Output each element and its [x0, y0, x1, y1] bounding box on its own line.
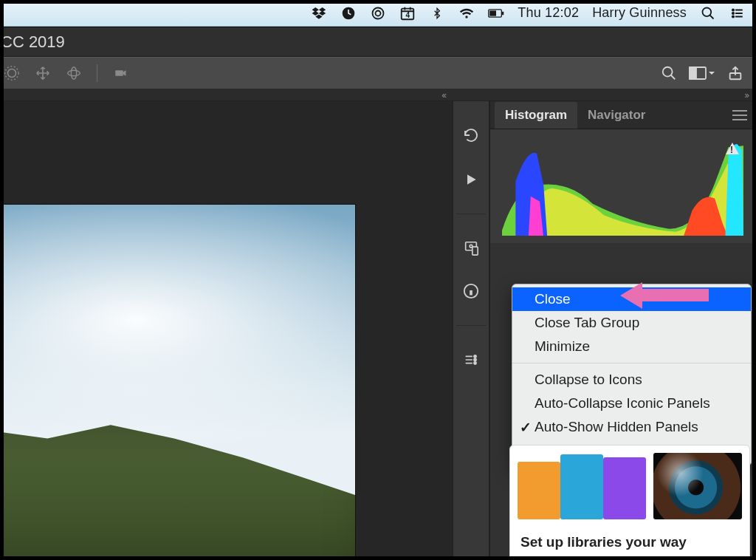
history-icon[interactable]	[458, 123, 484, 150]
svg-point-10	[732, 16, 734, 17]
panel-flyout-menu-icon[interactable]	[729, 104, 751, 126]
canvas-area[interactable]	[0, 101, 453, 559]
collapse-right-icon[interactable]: ››	[744, 89, 748, 100]
menu-item-close-tab-group[interactable]: Close Tab Group	[512, 311, 751, 335]
share-icon[interactable]	[724, 62, 746, 84]
menubar-user[interactable]: Harry Guinness	[592, 5, 687, 21]
panel-dock	[453, 101, 489, 559]
move-arrows-icon[interactable]	[32, 62, 54, 84]
info-icon[interactable]	[458, 278, 484, 304]
clock-solid-icon[interactable]	[340, 5, 357, 21]
battery-icon[interactable]	[488, 5, 504, 21]
bluetooth-icon[interactable]	[429, 5, 445, 21]
svg-point-24	[474, 355, 476, 358]
collapse-left-icon[interactable]: ‹‹	[441, 89, 445, 100]
tab-histogram[interactable]: Histogram	[495, 102, 577, 129]
window-titlebar: CC 2019	[0, 27, 755, 57]
macos-menubar: 4 Thu 12:02 Harry Guinness	[0, 0, 756, 27]
tab-navigator[interactable]: Navigator	[577, 102, 656, 129]
panel-collapse-strip: ‹‹ ››	[0, 89, 755, 101]
menu-item-auto-collapse[interactable]: Auto-Collapse Iconic Panels	[512, 392, 751, 415]
circle-o-icon[interactable]	[370, 5, 386, 21]
menu-item-collapse-to-icons[interactable]: Collapse to Icons	[512, 368, 751, 392]
swatch-blue	[560, 454, 603, 519]
menubar-clock[interactable]: Thu 12:02	[518, 5, 579, 21]
calendar-date-label: 4	[399, 11, 416, 19]
rotate-3d-icon[interactable]	[63, 62, 85, 84]
svg-point-26	[474, 362, 476, 364]
menu-item-minimize[interactable]: Minimize	[512, 335, 751, 358]
svg-point-1	[373, 7, 384, 18]
svg-rect-21	[472, 247, 478, 255]
histogram-panel	[490, 129, 755, 243]
svg-rect-28	[732, 115, 747, 116]
svg-point-16	[663, 67, 673, 77]
spotlight-search-icon[interactable]	[700, 5, 716, 21]
svg-rect-18	[690, 67, 696, 79]
svg-rect-27	[732, 110, 747, 112]
svg-point-2	[376, 10, 381, 16]
svg-rect-15	[115, 70, 123, 76]
dock-separator	[456, 214, 486, 214]
svg-point-25	[474, 358, 476, 361]
svg-point-12	[5, 66, 18, 80]
target-icon[interactable]	[1, 62, 23, 84]
swatch-purple	[603, 457, 646, 519]
swatch-orange	[518, 462, 560, 519]
eye-artwork	[653, 453, 742, 519]
screen-mode-icon[interactable]	[689, 62, 715, 84]
document-canvas[interactable]	[0, 205, 355, 559]
calendar-icon[interactable]: 4	[399, 5, 416, 21]
svg-rect-5	[502, 11, 504, 14]
svg-point-8	[732, 9, 734, 10]
wifi-icon[interactable]	[458, 5, 475, 21]
separator	[97, 64, 97, 82]
device-preview-icon[interactable]	[458, 235, 484, 262]
dock-separator	[456, 325, 486, 326]
menu-separator	[512, 363, 751, 363]
search-icon[interactable]	[658, 62, 680, 84]
options-bar	[0, 57, 755, 89]
libraries-caption: Set up libraries your way	[510, 527, 749, 550]
properties-icon[interactable]	[458, 346, 484, 373]
panel-context-menu: Close Close Tab Group Minimize Collapse …	[512, 284, 752, 466]
dropbox-icon[interactable]	[311, 5, 327, 21]
libraries-card[interactable]: Set up libraries your way	[509, 445, 750, 560]
svg-point-13	[68, 70, 80, 75]
svg-point-7	[703, 7, 712, 16]
svg-rect-6	[489, 10, 496, 16]
histogram-display	[502, 140, 743, 236]
svg-point-9	[732, 12, 734, 13]
menu-list-icon[interactable]	[729, 5, 746, 21]
histogram-cache-warning-icon[interactable]	[726, 143, 739, 154]
menu-item-close[interactable]: Close	[512, 287, 751, 311]
svg-point-14	[71, 67, 76, 80]
panel-tabs: Histogram Navigator	[490, 101, 755, 129]
histogram-svg	[502, 140, 743, 236]
svg-point-22	[470, 245, 472, 247]
color-swatches	[518, 453, 646, 519]
camera-icon[interactable]	[109, 62, 131, 84]
window-title: CC 2019	[1, 33, 65, 52]
svg-point-11	[8, 69, 16, 78]
libraries-artwork	[510, 445, 749, 527]
menu-item-auto-show-hidden[interactable]: Auto-Show Hidden Panels	[512, 415, 751, 439]
svg-rect-29	[732, 119, 747, 120]
play-actions-icon[interactable]	[458, 166, 484, 193]
